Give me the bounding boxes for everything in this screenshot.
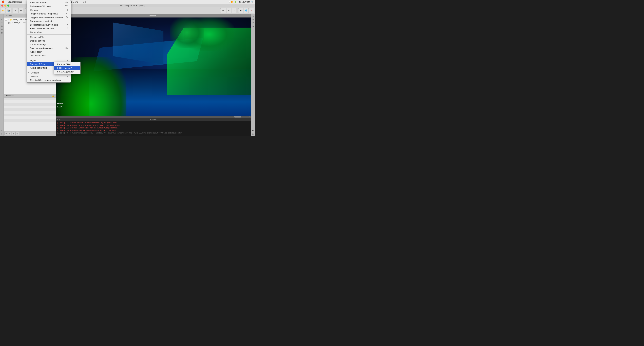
menu-active-scalar[interactable]: Active scalar field ▶	[27, 66, 70, 70]
view-scrollbar-num: 15	[249, 116, 250, 118]
console-line-5: [11:11:43] [I/O] File '/Users/slevick/Dr…	[57, 132, 250, 134]
menu-adjust-zoom[interactable]: Adjust zoom	[27, 50, 70, 54]
menu-display-options[interactable]: Display options	[27, 39, 70, 42]
properties-content	[4, 98, 56, 131]
apple-menu[interactable]: 🍎	[1, 0, 4, 3]
menubar-help[interactable]: Help	[80, 0, 88, 4]
tb-open[interactable]: 📂	[1, 8, 6, 13]
menubar-search[interactable]: 🔍	[251, 1, 254, 3]
menu-toggle-centered[interactable]: Toggle Centered Perspective F3	[27, 12, 70, 16]
view-label-front: FRONT	[57, 102, 63, 104]
tb-sep-5	[237, 8, 238, 12]
console-header: ⊕ ⊗ Console	[56, 118, 251, 121]
tb-translate[interactable]: ✛	[18, 8, 23, 13]
menubar-time: Thu 12:10 pm	[238, 1, 250, 3]
view-label-back: BACK	[57, 106, 62, 108]
menu-remove-filter[interactable]: Remove Filter	[54, 62, 80, 66]
left-icon-3[interactable]: ✛	[0, 21, 3, 24]
menubar-cloudcompare[interactable]: CloudCompare	[6, 0, 24, 4]
menu-console[interactable]: Console F8	[27, 71, 70, 74]
console-line-4: [11:11:43] [LAS] All 'Classification' va…	[57, 129, 250, 132]
menu-toolbars[interactable]: Toolbars ▶	[27, 74, 70, 78]
menu-shaders-filters[interactable]: Shaders & filters ▶ Remove Filter E.D.L.…	[27, 62, 70, 66]
console-content[interactable]: [11:11:43] [LAS] All 'Scan Direction' va…	[56, 121, 251, 136]
properties-lock-icon[interactable]: 🔒	[52, 95, 54, 97]
tb-kb[interactable]: Kb	[227, 8, 231, 13]
menu-lock-rotation[interactable]: Lock rotation about vert. axis L	[27, 23, 70, 26]
left-icon-bottom-1[interactable]: ⧖	[0, 129, 3, 132]
view-header: 3D View 1 ⊡	[56, 14, 251, 18]
display-dropdown-menu[interactable]: Enter Full Screen ⌃⌘F Full screen (3D vi…	[26, 0, 71, 82]
view-scrollbar-handle[interactable]	[234, 116, 241, 118]
left-icon-2[interactable]: –	[0, 18, 3, 21]
menu-sep-2	[27, 58, 70, 58]
icon-sidebar-right: ⊙ ⊕ ⊘ ⊗ ◐ ◑	[251, 14, 255, 136]
right-icon-2[interactable]: ⊕	[252, 18, 254, 21]
view-scrollbar[interactable]: 15	[56, 116, 251, 118]
menu-enter-full-screen[interactable]: Enter Full Screen ⌃⌘F	[27, 1, 70, 4]
tree-cloud-icon: ☁	[11, 22, 13, 24]
console-line-1: [11:11:43] [LAS] All 'Scan Direction' va…	[57, 122, 250, 124]
menubar-right: ⌚ 📶 🔋 Thu 12:10 pm 🔍	[228, 1, 254, 3]
tb-globe[interactable]: 🌐	[244, 8, 249, 13]
left-icon-1[interactable]: +	[0, 14, 3, 18]
properties-header: Properties 🔒	[4, 94, 56, 98]
console-icon-left[interactable]: ⊕ ⊗	[57, 119, 60, 121]
view-canvas[interactable]: FRONT BACK	[56, 18, 251, 116]
maximize-button[interactable]	[8, 4, 10, 6]
pc-trees-top	[170, 18, 204, 48]
lights-arrow: ▶	[67, 60, 68, 61]
tb-save[interactable]: 💾	[6, 8, 11, 13]
menu-full-screen-3d[interactable]: Full screen (3D view) F11	[27, 4, 70, 8]
left-icon-bottom-2[interactable]: ⊙	[0, 132, 3, 135]
left-icon-5[interactable]: ⊠	[0, 28, 3, 31]
right-icon-4[interactable]: ⊗	[252, 24, 254, 28]
menu-refresh[interactable]: Refresh F5	[27, 8, 70, 12]
menu-save-viewport[interactable]: Save viewport as object ⌘V	[27, 46, 70, 50]
toolbars-arrow: ▶	[67, 76, 68, 77]
menu-camera-settings[interactable]: Camera settings	[27, 42, 70, 46]
menu-render-to-file[interactable]: Render to File	[27, 35, 70, 39]
view-maximize-icon[interactable]: ⊡	[249, 14, 250, 16]
console-area: ⊕ ⊗ Console [11:11:43] [LAS] All 'Scan D…	[56, 118, 251, 136]
scalar-arrow: ▶	[67, 67, 68, 69]
menu-test-frame-rate[interactable]: Test Frame Rate	[27, 54, 70, 57]
bottom-icon-1[interactable]: ⊕	[4, 132, 8, 135]
right-icon-1[interactable]: ⊙	[252, 14, 254, 18]
minimize-button[interactable]	[4, 4, 6, 6]
right-icon-3[interactable]: ⊘	[252, 21, 254, 24]
bottom-icon-2[interactable]: ◈	[8, 132, 12, 135]
menu-show-cursor[interactable]: Show cursor coordinates	[27, 19, 70, 23]
menu-sep-1	[27, 34, 70, 35]
menubar-status-icons: ⌚ 📶 🔋	[228, 1, 236, 3]
tb-sep-2	[24, 9, 24, 12]
menu-bubble-view[interactable]: Enter bubble-view mode B	[27, 26, 70, 30]
menu-camera-link[interactable]: Camera link	[27, 30, 70, 34]
tree-expand-arrow[interactable]: ▶	[8, 19, 9, 21]
console-line-2: [11:11:43] [LAS] All 'Number of Returns'…	[57, 124, 250, 126]
icon-sidebar-left: + – ✛ ⊞ ⊠ ⊟ ⧖ ⊙	[0, 14, 4, 136]
bottom-icon-4[interactable]: ⊡	[16, 132, 19, 135]
tb-fm[interactable]: FM	[232, 8, 236, 13]
tb-s-icon[interactable]: S	[249, 8, 254, 13]
tree-checkbox-cloud[interactable]	[8, 22, 10, 24]
tb-circle-icon[interactable]: ◉	[238, 8, 243, 13]
bottom-icon-3[interactable]: ⊞	[12, 132, 15, 135]
left-icon-6[interactable]: ⊟	[0, 31, 3, 34]
console-line-3: [11:11:43] [LAS] All 'Return Number' val…	[57, 126, 250, 129]
menu-reset-gui[interactable]: Reset all GUI element positions	[27, 78, 70, 82]
menu-toggle-viewer[interactable]: Toggle Viewer Based Perspective F4	[27, 16, 70, 19]
tree-folder-icon: 📁	[10, 18, 12, 21]
left-bottom-icons: ⊕ ◈ ⊞ ⊡	[4, 131, 56, 136]
view-area: 3D View 1 ⊡ FRONT BACK	[56, 14, 251, 136]
tree-checkbox-boab[interactable]	[5, 19, 7, 21]
right-icon-bottom-1[interactable]: ◐	[252, 129, 254, 132]
close-button[interactable]	[1, 4, 3, 6]
tb-sf-right[interactable]: SF	[220, 8, 226, 13]
right-icon-bottom-2[interactable]: ◑	[252, 132, 254, 135]
left-icon-4[interactable]: ⊞	[0, 24, 3, 28]
tb-select[interactable]: ↕	[13, 8, 18, 13]
